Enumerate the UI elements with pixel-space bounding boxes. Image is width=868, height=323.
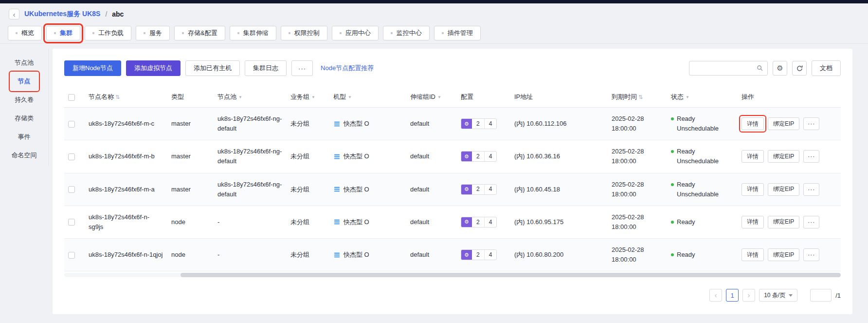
bind-eip-button[interactable]: 绑定EIP: [768, 117, 799, 130]
search-icon[interactable]: [757, 65, 763, 72]
breadcrumb-separator: /: [105, 10, 107, 18]
detail-button[interactable]: 详情: [741, 117, 764, 130]
machine-type-icon: [333, 218, 341, 226]
tab-cluster[interactable]: 集群: [46, 26, 80, 40]
detail-button[interactable]: 详情: [741, 248, 764, 261]
page-size-label: 10 条/页: [764, 291, 785, 300]
config-badge[interactable]: ⚙24: [461, 184, 497, 195]
bind-eip-button[interactable]: 绑定EIP: [768, 248, 799, 261]
scale-group: default: [410, 152, 429, 160]
node-type: node: [171, 218, 185, 226]
sidebar-item-events[interactable]: 事件: [15, 128, 34, 146]
bind-eip-button[interactable]: 绑定EIP: [768, 216, 799, 228]
cluster-log-button[interactable]: 集群日志: [245, 60, 287, 76]
display-settings-button[interactable]: ⚙: [773, 61, 787, 76]
search-input[interactable]: [693, 65, 754, 72]
header-scale-group: 伸缩组ID: [410, 93, 435, 100]
row-more-button[interactable]: ···: [803, 216, 819, 228]
detail-button[interactable]: 详情: [741, 216, 764, 228]
config-badge[interactable]: ⚙24: [461, 217, 497, 228]
node-config-recommend-link[interactable]: Node节点配置推荐: [321, 64, 374, 73]
add-virtual-node-button[interactable]: 添加虚拟节点: [126, 60, 181, 76]
row-more-button[interactable]: ···: [803, 183, 819, 196]
header-expire-time: 到期时间: [612, 93, 637, 100]
header-config: 配置: [461, 93, 473, 100]
tab-plugin-manage[interactable]: 插件管理: [434, 26, 481, 40]
filter-icon[interactable]: ▼: [311, 95, 315, 99]
tab-service[interactable]: 服务: [136, 26, 170, 40]
node-name: uk8s-18y72s46fx6f-m-b: [89, 152, 155, 160]
pagination-page-1[interactable]: 1: [726, 289, 739, 302]
memory-size: 4: [484, 250, 497, 260]
toolbar-more-button[interactable]: ···: [291, 60, 313, 76]
back-button[interactable]: ‹: [9, 9, 19, 19]
filter-icon[interactable]: ▼: [686, 95, 689, 99]
sidebar-item-node[interactable]: 节点: [15, 72, 34, 91]
tab-overview[interactable]: 概览: [8, 26, 42, 40]
search-box: [689, 61, 768, 76]
filter-icon[interactable]: ▼: [238, 95, 242, 99]
config-badge[interactable]: ⚙24: [461, 118, 497, 129]
sidebar-item-persistent-volume[interactable]: 持久卷: [12, 91, 36, 109]
row-more-button[interactable]: ···: [803, 150, 819, 163]
tab-dot-icon: [237, 32, 239, 34]
sidebar-item-label: 节点: [18, 77, 31, 85]
header-actions: 操作: [741, 93, 754, 100]
select-all-checkbox[interactable]: [68, 94, 75, 101]
pagination-prev-button[interactable]: ‹: [709, 289, 722, 302]
biz-group: 未分组: [290, 152, 309, 160]
refresh-button[interactable]: [792, 61, 807, 76]
sidebar-item-namespace[interactable]: 命名空间: [9, 146, 40, 165]
config-badge[interactable]: ⚙24: [461, 151, 497, 162]
gear-icon: ⚙: [777, 64, 783, 73]
tab-dot-icon: [144, 32, 145, 34]
page-size-select[interactable]: 10 条/页: [759, 289, 797, 302]
row-checkbox[interactable]: [68, 219, 75, 226]
bind-eip-button[interactable]: 绑定EIP: [768, 150, 799, 163]
pagination-next-button[interactable]: ›: [742, 289, 755, 302]
detail-button[interactable]: 详情: [741, 183, 764, 196]
tab-app-center[interactable]: 应用中心: [332, 26, 379, 40]
tab-workload[interactable]: 工作负载: [85, 26, 131, 40]
expire-date: 2025-02-28: [612, 180, 663, 190]
horizontal-scrollbar-thumb[interactable]: [181, 273, 841, 277]
add-node-button[interactable]: 新增Node节点: [64, 60, 121, 76]
row-checkbox[interactable]: [68, 153, 75, 160]
filter-icon[interactable]: ▼: [437, 95, 441, 99]
cluster-tabs: 概览 集群 工作负载 服务 存储&配置 集群伸缩 权限控制 应用中心 监控中心 …: [0, 24, 868, 44]
scale-group: default: [410, 218, 429, 226]
sort-icon[interactable]: ⇅: [638, 94, 643, 100]
biz-group: 未分组: [290, 120, 309, 127]
doc-button[interactable]: 文档: [812, 60, 841, 76]
chevron-right-icon: ›: [748, 291, 750, 299]
machine-type: 快杰型 O: [344, 119, 369, 129]
bind-eip-button[interactable]: 绑定EIP: [768, 183, 799, 196]
detail-button[interactable]: 详情: [741, 150, 764, 163]
config-badge[interactable]: ⚙24: [461, 249, 497, 260]
row-checkbox[interactable]: [68, 121, 75, 128]
row-more-button[interactable]: ···: [803, 248, 819, 261]
add-existing-host-button[interactable]: 添加已有主机: [185, 60, 240, 76]
tab-cluster-scaling[interactable]: 集群伸缩: [230, 26, 276, 40]
tab-monitor-center[interactable]: 监控中心: [383, 26, 430, 40]
sort-icon[interactable]: ⇅: [115, 94, 120, 100]
sidebar-item-node-pool[interactable]: 节点池: [12, 54, 36, 72]
filter-icon[interactable]: ▼: [348, 95, 352, 99]
page-jump-input[interactable]: [810, 289, 832, 302]
header-machine-type: 机型: [333, 93, 346, 100]
cpu-count: 2: [472, 119, 484, 129]
sidebar-item-storage-class[interactable]: 存储类: [12, 109, 36, 128]
page-total-label: /1: [835, 292, 841, 299]
row-checkbox[interactable]: [68, 252, 75, 259]
row-checkbox[interactable]: [68, 186, 75, 193]
node-pool: uk8s-18y72s46fx6f-ng-default: [217, 148, 282, 165]
breadcrumb-parent-link[interactable]: UKubernetes服务 UK8S: [24, 10, 100, 19]
tab-permission[interactable]: 权限控制: [281, 26, 327, 40]
status-extra: Unschedulable: [677, 124, 734, 133]
node-ip: (内) 10.60.45.18: [514, 186, 560, 193]
tab-label: 存储&配置: [188, 29, 217, 38]
top-navy-bar: [0, 0, 868, 3]
tab-storage-config[interactable]: 存储&配置: [174, 26, 225, 40]
row-more-button[interactable]: ···: [803, 117, 819, 130]
node-name: uk8s-18y72s46fx6f-n-sg9js: [89, 213, 149, 230]
